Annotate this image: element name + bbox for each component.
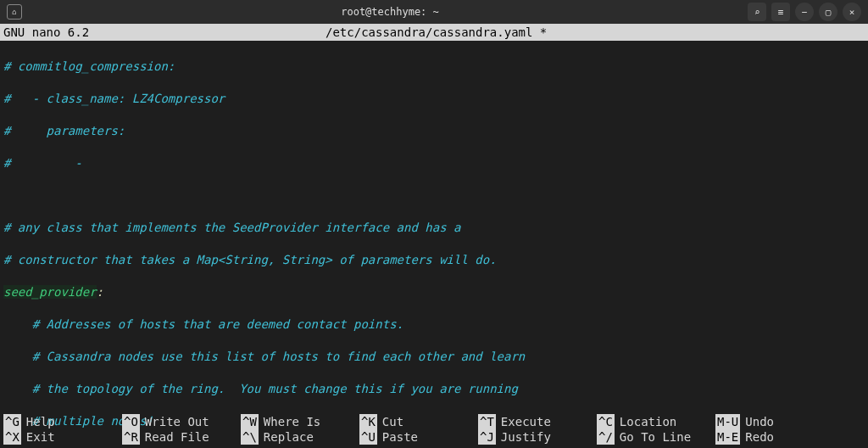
shortcut-readfile[interactable]: ^RRead File — [122, 429, 241, 445]
nano-version: GNU nano 6.2 — [3, 25, 326, 40]
search-icon: ⌕ — [754, 7, 760, 18]
terminal-icon: ⌂ — [7, 4, 22, 20]
shortcut-writeout[interactable]: ^OWrite Out — [122, 414, 241, 429]
code-line: # Cassandra nodes use this list of hosts… — [3, 350, 525, 363]
shortcut-location[interactable]: ^CLocation — [597, 414, 715, 429]
shortcut-undo[interactable]: M-UUndo — [715, 414, 792, 429]
minimize-button[interactable]: − — [795, 3, 814, 21]
window-title: root@techhyme: ~ — [32, 6, 748, 18]
code-line: # - — [3, 156, 82, 170]
editor-area[interactable]: # commitlog_compression: # - class_name:… — [0, 41, 868, 448]
code-line: # the topology of the ring. You must cha… — [3, 382, 518, 395]
menu-button[interactable]: ≡ — [771, 3, 790, 21]
window-titlebar: ⌂ root@techhyme: ~ ⌕ ≡ − ▢ × — [0, 0, 868, 24]
code-line: # parameters: — [3, 124, 125, 137]
shortcut-whereis[interactable]: ^WWhere Is — [241, 414, 359, 429]
hamburger-icon: ≡ — [778, 7, 784, 18]
shortcut-cut[interactable]: ^KCut — [359, 414, 478, 429]
yaml-key: seed_provider — [3, 285, 97, 299]
shortcut-gotoline[interactable]: ^/Go To Line — [597, 429, 715, 445]
shortcut-exit[interactable]: ^XExit — [3, 429, 122, 445]
code-line: # constructor that takes a Map<String, S… — [3, 253, 497, 266]
nano-shortcut-bar: ^GHelp ^OWrite Out ^WWhere Is ^KCut ^TEx… — [0, 414, 868, 448]
shortcut-execute[interactable]: ^TExecute — [478, 414, 597, 429]
close-icon: × — [849, 7, 855, 18]
shortcut-justify[interactable]: ^JJustify — [478, 429, 597, 445]
code-line: # Addresses of hosts that are deemed con… — [3, 317, 403, 331]
shortcut-help[interactable]: ^GHelp — [3, 414, 122, 429]
code-line: # - class_name: LZ4Compressor — [3, 92, 225, 105]
nano-header-bar: GNU nano 6.2 /etc/cassandra/cassandra.ya… — [0, 24, 868, 41]
shortcut-row: ^XExit ^RRead File ^\Replace ^UPaste ^JJ… — [3, 429, 865, 445]
nano-file-path: /etc/cassandra/cassandra.yaml * — [326, 25, 865, 40]
minimize-icon: − — [802, 7, 808, 18]
code-line: # commitlog_compression: — [3, 59, 175, 73]
shortcut-redo[interactable]: M-ERedo — [715, 429, 792, 445]
code-line: # any class that implements the SeedProv… — [3, 221, 460, 234]
shortcut-paste[interactable]: ^UPaste — [359, 429, 478, 445]
maximize-button[interactable]: ▢ — [819, 3, 837, 21]
shortcut-replace[interactable]: ^\Replace — [241, 429, 359, 445]
maximize-icon: ▢ — [826, 7, 832, 18]
close-button[interactable]: × — [843, 3, 861, 21]
search-button[interactable]: ⌕ — [748, 3, 766, 21]
shortcut-row: ^GHelp ^OWrite Out ^WWhere Is ^KCut ^TEx… — [3, 414, 865, 429]
